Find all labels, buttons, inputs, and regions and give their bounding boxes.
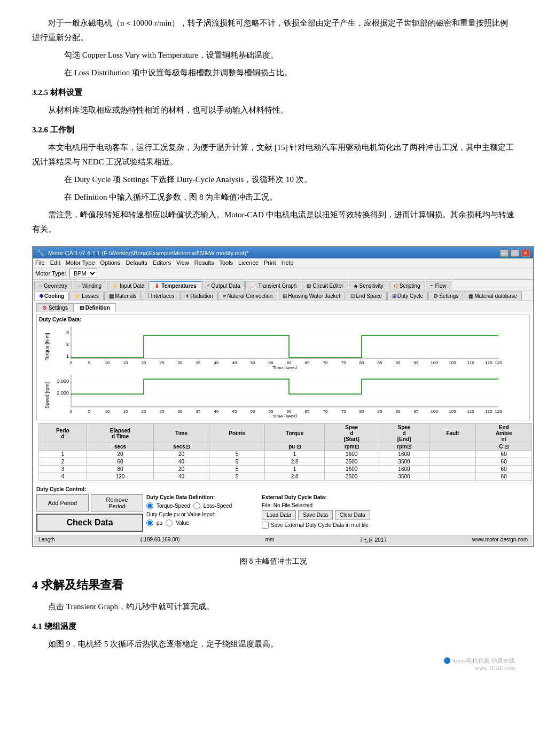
svg-text:1: 1 [66,353,69,359]
svg-text:95: 95 [414,360,419,365]
sub-tab-cooling[interactable]: ❄ Cooling [34,292,69,300]
svg-text:100: 100 [431,409,438,414]
load-data-button[interactable]: Load Data [262,510,296,519]
svg-text:65: 65 [305,360,310,365]
svg-text:45: 45 [232,409,237,414]
tab-scripting[interactable]: ⟨⟩ Scripting [389,281,425,290]
sub-tab-material-database[interactable]: ▦ Material database [464,292,522,300]
add-period-button[interactable]: Add Period [36,494,89,511]
menu-defaults[interactable]: Defaults [126,259,147,266]
svg-text:90: 90 [396,409,401,414]
sub-tab-duty-cycle[interactable]: ⊞ Duty Cycle [387,292,428,300]
tab-sensitivity[interactable]: ◈ Sensitivity [349,281,388,290]
control-section: Duty Cycle Control: Add Period Remove Pe… [34,483,532,535]
tab-transient-graph[interactable]: 📈 Transient Graph [245,281,301,290]
menu-licence[interactable]: Licence [238,259,259,266]
svg-text:20: 20 [142,409,146,414]
interfaces-icon: T [146,293,150,299]
menu-print[interactable]: Print [264,259,276,266]
clear-data-button[interactable]: Clear Data [335,510,370,519]
svg-text:50: 50 [251,409,255,414]
col-time: Time [154,424,209,443]
menu-tools[interactable]: Tools [219,259,233,266]
close-button[interactable]: ✕ [521,249,530,257]
menu-help[interactable]: Help [282,259,294,266]
minimize-button[interactable]: — [500,249,509,257]
control-right: External Duty Cycle Data: File: No File … [262,494,370,532]
paragraph-8: 需注意，峰值段转矩和转速都应以峰值状态输入。Motor-CAD 中电机电流是以扭… [32,208,515,237]
torque-chart-area: Duty Cycle Data: Torque [N·m] 3 2 1 [36,314,530,421]
menu-edit[interactable]: Edit [50,259,60,266]
window-controls: — □ ✕ [500,249,530,257]
motorcad-window: 🔧 Motor-CAD v7.4.7.1 (F:\Working\Bona\Ex… [32,246,534,547]
main-tabs-row: ○ Geometry ○ Winding ⚡ Input Data 🌡 Temp… [33,280,533,290]
settings-tab-icon: ⚙ [42,305,47,311]
svg-text:50: 50 [251,360,255,365]
tab-winding[interactable]: ○ Winding [73,281,106,290]
menu-editors[interactable]: Editors [153,259,171,266]
control-main-row: Add Period Remove Period Check Data Duty… [36,494,530,532]
loss-speed-label: Loss-Speed [204,503,232,509]
duty-tab-settings[interactable]: ⚙ Settings [36,303,74,312]
tab-circuit-editor[interactable]: ⊞ Circuit Editor [302,281,348,290]
svg-text:95: 95 [414,409,419,414]
sub-tab-settings[interactable]: ⚙ Settings [428,292,463,300]
save-external-checkbox[interactable] [262,522,269,529]
sub-tabs-row: ❄ Cooling ⚡ Losses ▦ Materials T Interfa… [33,290,533,301]
pu-radio[interactable] [146,519,153,526]
col-speed-end: Speed[End] [379,424,429,443]
tab-output-data[interactable]: ≡ Output Data [202,281,245,290]
ext-file-text: File: No File Selected [262,502,370,508]
control-middle: Duty Cycle Data Definition: Torque-Speed… [146,494,259,532]
length-label: Length [38,537,55,544]
col-speed-start: Speed[Start] [324,424,379,443]
col-period: Period [39,424,87,443]
tab-flow[interactable]: ~ Flow [426,281,451,290]
svg-text:80: 80 [360,409,364,414]
paragraph-10: 如图 9，电机经 5 次循环后热状态逐渐稳定，定子绕组温度最高。 [32,637,515,651]
svg-text:120: 120 [495,409,502,414]
sub-tab-materials[interactable]: ▦ Materials [104,292,142,300]
value-radio[interactable] [166,519,173,526]
duty-tabs: ⚙ Settings ⊞ Definition [34,302,532,312]
maximize-button[interactable]: □ [511,249,519,257]
duty-tab-definition[interactable]: ⊞ Definition [74,303,116,312]
circuit-editor-icon: ⊞ [307,283,311,289]
check-data-button[interactable]: Check Data [36,514,143,532]
sub-tab-end-space[interactable]: ⊡ End Space [346,292,387,300]
pu-value-radio-group: pu Value [146,519,259,526]
tab-geometry[interactable]: ○ Geometry [34,281,72,290]
save-data-button[interactable]: Save Data [298,510,333,519]
remove-period-button[interactable]: Remove Period [91,494,143,511]
svg-text:20: 20 [142,360,146,365]
svg-text:2: 2 [66,342,69,347]
svg-text:Time [secs]: Time [secs] [272,365,297,369]
natural-convection-icon: ≈ [223,293,226,299]
sub-tab-natural-convection[interactable]: ≈ Natural Convection [218,292,278,300]
svg-text:55: 55 [269,409,274,414]
torque-speed-radio[interactable] [146,502,153,509]
duty-cycle-table: Period Elapsedd Time Time Points Torque … [38,423,532,481]
tab-temperatures[interactable]: 🌡 Temperatures [150,281,201,290]
menu-view[interactable]: View [176,259,189,266]
menu-results[interactable]: Results [194,259,214,266]
menu-file[interactable]: File [35,259,45,266]
svg-text:85: 85 [378,409,382,414]
pu-radio-label: pu [157,520,162,526]
sub-tab-losses[interactable]: ⚡ Losses [69,292,104,300]
sub-tab-radiation[interactable]: ☀ Radiation [180,292,218,300]
menu-motor-type[interactable]: Motor Type [66,259,95,266]
temperatures-icon: 🌡 [154,283,160,289]
chart-title: Duty Cycle Data: [39,317,527,322]
sub-tab-housing-water-jacket[interactable]: ⊞ Housing Water Jacket [278,292,345,300]
tab-input-data[interactable]: ⚡ Input Data [107,281,149,290]
website-display: www.motor-design.com [472,537,528,544]
flow-icon: ~ [431,283,434,289]
paragraph-4: 从材料库选取相应或热特性相近的材料，也可以手动输入材料特性。 [32,103,515,117]
svg-text:15: 15 [123,409,128,414]
menu-options[interactable]: Options [100,259,121,266]
motor-type-select[interactable]: BPM [69,269,97,278]
loss-speed-radio[interactable] [193,502,200,509]
sub-tab-interfaces[interactable]: T Interfaces [142,292,179,300]
svg-text:5: 5 [88,409,91,414]
